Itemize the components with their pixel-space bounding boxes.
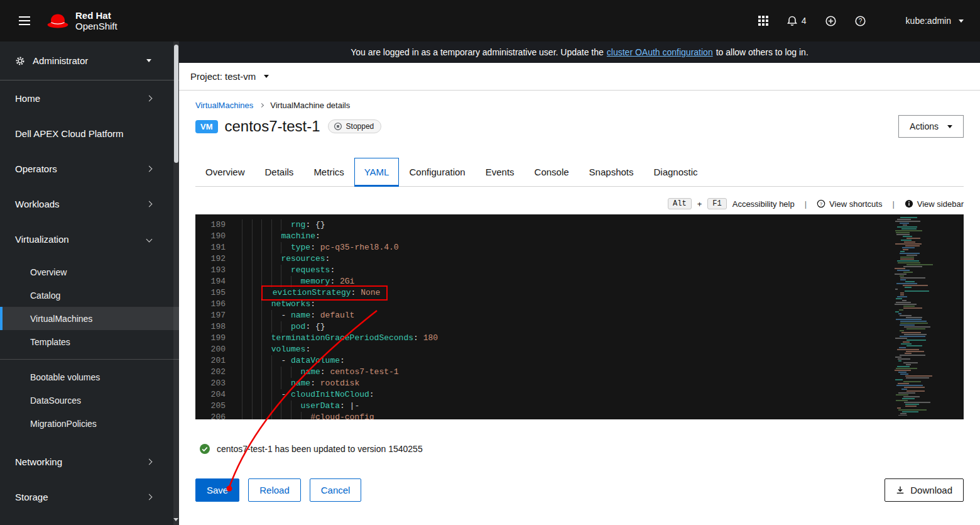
line-number: 190 xyxy=(195,231,242,242)
view-shortcuts-link[interactable]: ? View shortcuts xyxy=(817,199,882,209)
code-line-201[interactable]: 201 - dataVolume: xyxy=(195,355,964,367)
code-line-198[interactable]: 198 pod: {} xyxy=(195,321,964,333)
indent-guide xyxy=(291,367,301,378)
editor-minimap[interactable] xyxy=(895,217,941,416)
code-line-191[interactable]: 191 type: pc-q35-rhel8.4.0 xyxy=(195,242,964,253)
scrollbar-thumb[interactable] xyxy=(174,45,178,163)
kbd-alt: Alt xyxy=(668,198,692,209)
indent-guide xyxy=(242,367,252,378)
tab-overview[interactable]: Overview xyxy=(195,158,255,186)
indent-guide xyxy=(242,253,252,265)
app-launcher-button[interactable] xyxy=(758,16,768,26)
plus-circle-icon xyxy=(825,16,836,26)
code-token: : xyxy=(310,311,320,320)
help-button[interactable]: ? xyxy=(855,16,866,26)
tab-events[interactable]: Events xyxy=(476,158,525,186)
code-line-206[interactable]: 206 #cloud-config xyxy=(195,412,964,419)
code-token: : xyxy=(325,254,330,263)
code-line-193[interactable]: 193 requests: xyxy=(195,265,964,276)
tab-details[interactable]: Details xyxy=(255,158,304,186)
page-header: VM centos7-test-1 Stopped Actions xyxy=(195,114,964,139)
bell-icon xyxy=(787,16,797,26)
code-line-199[interactable]: 199 terminationGracePeriodSeconds: 180 xyxy=(195,333,964,344)
sidebar-item-templates[interactable]: Templates xyxy=(0,330,179,353)
code-token: : xyxy=(340,401,350,411)
code-token: resources xyxy=(281,254,325,263)
project-bar: Project: test-vm xyxy=(179,63,980,91)
line-content: resources: xyxy=(242,253,330,265)
code-line-200[interactable]: 200 volumes: xyxy=(195,344,964,355)
sidebar-item-virtualmachines[interactable]: VirtualMachines xyxy=(0,307,179,330)
sidebar-item-virtualization[interactable]: Virtualization xyxy=(0,221,179,257)
code-line-204[interactable]: 204 - cloudInitNoCloud: xyxy=(195,389,964,401)
sidebar-item-home[interactable]: Home xyxy=(0,80,179,116)
code-line-190[interactable]: 190 machine: xyxy=(195,231,964,242)
brand-logo: Red Hat OpenShift xyxy=(46,10,117,31)
actions-dropdown[interactable]: Actions xyxy=(898,115,964,138)
separator: | xyxy=(805,199,807,209)
line-content: - cloudInitNoCloud: xyxy=(242,389,374,401)
sidebar-item-migrationpolicies[interactable]: MigrationPolicies xyxy=(0,412,179,435)
tab-configuration[interactable]: Configuration xyxy=(399,158,475,186)
perspective-switcher[interactable]: Administrator xyxy=(0,41,179,80)
code-token: machine xyxy=(281,231,315,241)
indent-guide xyxy=(271,231,281,242)
breadcrumb-virtualmachines[interactable]: VirtualMachines xyxy=(195,101,253,110)
sidebar-item-dell-apex-cloud-platform[interactable]: Dell APEX Cloud Platform xyxy=(0,116,179,151)
code-token: requests xyxy=(291,265,330,275)
tab-diagnostic[interactable]: Diagnostic xyxy=(643,158,707,186)
indent-guide xyxy=(261,321,271,333)
indent-guide xyxy=(271,265,281,276)
line-number: 191 xyxy=(195,242,242,253)
accessibility-help-label: Accessibility help xyxy=(732,199,795,209)
nav-toggle-button[interactable] xyxy=(16,11,33,30)
download-button[interactable]: Download xyxy=(885,478,964,502)
sidebar-item-overview[interactable]: Overview xyxy=(0,260,179,284)
quick-create-button[interactable] xyxy=(825,16,836,26)
tab-snapshots[interactable]: Snapshots xyxy=(579,158,644,186)
sidebar-item-operators[interactable]: Operators xyxy=(0,151,179,186)
check-circle-icon xyxy=(199,443,210,455)
save-button[interactable]: Save xyxy=(195,478,239,502)
masthead: Red Hat OpenShift 4 ? kube:admin xyxy=(0,0,980,41)
sidebar-item-label: Home xyxy=(15,93,40,104)
reload-button[interactable]: Reload xyxy=(248,478,301,502)
sidebar-item-storage[interactable]: Storage xyxy=(0,479,179,514)
code-line-195[interactable]: 195 evictionStrategy: None xyxy=(195,287,964,299)
code-line-192[interactable]: 192 resources: xyxy=(195,253,964,265)
sidebar-item-workloads[interactable]: Workloads xyxy=(0,186,179,221)
sidebar-scrollbar[interactable] xyxy=(173,41,179,525)
project-selector[interactable]: Project: test-vm xyxy=(190,71,269,82)
sidebar-item-datasources[interactable]: DataSources xyxy=(0,389,179,412)
code-token: rng xyxy=(291,220,305,229)
code-line-196[interactable]: 196 networks: xyxy=(195,299,964,310)
yaml-editor[interactable]: 189 rng: {}190 machine:191 type: pc-q35-… xyxy=(195,214,964,419)
code-line-189[interactable]: 189 rng: {} xyxy=(195,219,964,231)
sidebar-item-networking[interactable]: Networking xyxy=(0,444,179,479)
scrollbar-down-arrow-icon[interactable] xyxy=(173,518,178,521)
notifications-button[interactable]: 4 xyxy=(787,16,807,26)
code-line-205[interactable]: 205 userData: |- xyxy=(195,401,964,412)
vm-badge: VM xyxy=(195,120,218,133)
code-token: volumes xyxy=(271,345,306,354)
code-line-203[interactable]: 203 name: rootdisk xyxy=(195,378,964,389)
line-number: 199 xyxy=(195,333,242,344)
code-line-197[interactable]: 197 - name: default xyxy=(195,310,964,321)
chevron-right-icon xyxy=(146,95,153,101)
view-sidebar-link[interactable]: View sidebar xyxy=(905,199,964,209)
oauth-configuration-link[interactable]: cluster OAuth configuration xyxy=(607,47,713,57)
cancel-button[interactable]: Cancel xyxy=(310,478,362,502)
code-line-202[interactable]: 202 name: centos7-test-1 xyxy=(195,367,964,378)
sidebar-item-bootable-volumes[interactable]: Bootable volumes xyxy=(0,365,179,389)
tab-metrics[interactable]: Metrics xyxy=(303,158,354,186)
tab-console[interactable]: Console xyxy=(525,158,579,186)
tab-yaml[interactable]: YAML xyxy=(354,158,400,186)
status-badge: Stopped xyxy=(328,119,382,133)
user-menu[interactable]: kube:admin xyxy=(906,16,964,26)
sidebar-item-catalog[interactable]: Catalog xyxy=(0,284,179,307)
indent-guide xyxy=(281,242,291,253)
code-token: {} xyxy=(315,220,325,229)
perspective-label: Administrator xyxy=(33,55,88,66)
indent-guide xyxy=(271,321,281,333)
code-token: : xyxy=(310,379,320,388)
